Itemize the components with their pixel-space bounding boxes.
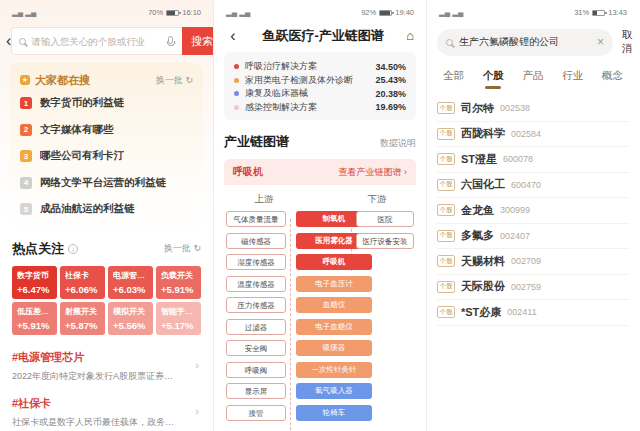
tile-pct: +6.47% (17, 284, 52, 295)
concept-tile[interactable]: 射频开关 +5.87% (60, 302, 105, 335)
upstream-node[interactable]: 气体质量流量 (226, 211, 286, 227)
downstream-node[interactable]: 医疗设备安装 (356, 233, 414, 249)
view-chain-link[interactable]: 查看产业链图谱 › (339, 166, 408, 179)
data-note-link[interactable]: 数据说明 (380, 137, 416, 150)
product-node[interactable]: 电子血压计 (296, 276, 372, 292)
search-box[interactable]: × (437, 29, 613, 56)
stock-name: 天赐材料 (461, 254, 505, 269)
search-button[interactable]: 搜索 (182, 27, 213, 55)
hot-search-text: 哪些公司有利卡汀 (40, 149, 124, 163)
stock-name: 金龙鱼 (461, 203, 494, 218)
news-item[interactable]: #电源管理芯片 2022年度向特定对象发行A股股票证券… › (12, 343, 201, 389)
rank-badge: 3 (20, 150, 32, 162)
cancel-button[interactable]: 取消 (622, 28, 633, 56)
tile-name: 智能手… (161, 306, 196, 317)
upstream-node[interactable]: 湿度传感器 (226, 254, 286, 270)
product-node[interactable]: 血糖仪 (296, 297, 372, 313)
hot-focus-refresh-button[interactable]: 换一批 ↻ (164, 242, 201, 255)
segment-label: 呼吸治疗解决方案 (245, 60, 317, 73)
stock-code: 002584 (511, 129, 541, 139)
news-item[interactable]: #社保卡 社保卡或是数字人民币最佳载体，政务… › (12, 389, 201, 431)
search-input[interactable] (459, 37, 591, 48)
result-row[interactable]: 个股 金龙鱼 300999 (437, 198, 629, 224)
chain-section-header: 产业链图谱 数据说明 (224, 133, 416, 151)
tab-stocks[interactable]: 个股 (483, 69, 504, 90)
result-row[interactable]: 个股 天际股份 002759 (437, 275, 629, 301)
search-box[interactable] (11, 27, 182, 55)
concept-tile[interactable]: 模拟开关 +5.56% (108, 302, 153, 335)
product-node[interactable]: 轮椅车 (296, 405, 372, 421)
result-row[interactable]: 个股 ST澄星 600078 (437, 147, 629, 173)
back-icon[interactable]: ‹ (226, 28, 240, 44)
hot-search-item[interactable]: 5 成品油航运的利益链 (20, 196, 193, 223)
battery-icon (166, 10, 179, 16)
result-row[interactable]: 个股 司尔特 002538 (437, 96, 629, 122)
concept-tile[interactable]: 负载开关 +5.91% (156, 266, 201, 299)
upstream-node[interactable]: 磁传感器 (226, 233, 286, 249)
chevron-right-icon: › (195, 359, 199, 371)
legend-dot (234, 91, 239, 96)
tab-concepts[interactable]: 概念 (602, 69, 623, 90)
upstream-node[interactable]: 压力传感器 (226, 297, 286, 313)
product-node[interactable]: 吸痰器 (296, 340, 372, 356)
microphone-icon[interactable] (168, 36, 173, 44)
stock-badge: 个股 (437, 204, 455, 216)
rank-badge: 1 (20, 97, 32, 109)
hot-search-item[interactable]: 3 哪些公司有利卡汀 (20, 143, 193, 170)
product-node[interactable]: 电子血糖仪 (296, 319, 372, 335)
tab-all[interactable]: 全部 (443, 69, 464, 90)
upstream-node[interactable]: 过滤器 (226, 319, 286, 335)
upstream-node[interactable]: 安全阀 (226, 340, 286, 356)
product-node[interactable]: 呼吸机 (296, 254, 372, 270)
segment-row: 呼吸治疗解决方案 34.50% (234, 60, 406, 74)
downstream-node[interactable]: 医院 (356, 211, 414, 227)
hot-search-item[interactable]: 2 文字媒体有哪些 (20, 117, 193, 144)
home-icon[interactable]: ⌂ (406, 28, 414, 43)
tile-name: 电源管… (113, 270, 148, 281)
chain-name: 呼吸机 (233, 165, 263, 179)
result-row[interactable]: 个股 西陇科学 002584 (437, 122, 629, 148)
search-input[interactable] (31, 36, 163, 47)
stock-badge: 个股 (437, 281, 455, 293)
stock-badge: 个股 (437, 153, 455, 165)
battery-icon (379, 10, 392, 16)
tab-products[interactable]: 产品 (523, 69, 544, 90)
result-row[interactable]: 个股 *ST必康 002411 (437, 300, 629, 326)
segment-label: 感染控制解决方案 (245, 101, 317, 114)
chain-section-title: 产业链图谱 (224, 133, 289, 151)
result-row[interactable]: 个股 天赐材料 002709 (437, 249, 629, 275)
concept-tile[interactable]: 电源管… +6.03% (108, 266, 153, 299)
result-row[interactable]: 个股 多氟多 002407 (437, 224, 629, 250)
rank-badge: 4 (20, 177, 32, 189)
tile-name: 低压差… (17, 306, 52, 317)
tile-pct: +6.03% (113, 284, 148, 295)
concept-tile[interactable]: 智能手… +5.17% (156, 302, 201, 335)
downstream-column: 医院 医疗设备安装 (356, 211, 414, 254)
tile-name: 负载开关 (161, 270, 196, 281)
hot-search-item[interactable]: 1 数字货币的利益链 (20, 90, 193, 117)
product-node[interactable]: 氧气吸入器 (296, 383, 372, 399)
screen-industry-chain: ▂▄ ▂▄ 92% 19:40 ‹ 鱼跃医疗-产业链图谱 ⌂ 呼吸治疗解决方案 … (213, 0, 426, 431)
tab-industries[interactable]: 行业 (562, 69, 583, 90)
hot-search-refresh-button[interactable]: 换一批 ↻ (156, 74, 193, 87)
upstream-node[interactable]: 接管 (226, 405, 286, 421)
product-node[interactable]: 一次性针灸针 (296, 362, 372, 378)
upstream-node[interactable]: 温度传感器 (226, 276, 286, 292)
concept-tile[interactable]: 数字货币 +6.47% (12, 266, 57, 299)
upstream-column: 气体质量流量 磁传感器 湿度传感器 温度传感器 压力传感器 过滤器 安全阀 呼吸… (226, 211, 286, 426)
concept-tile[interactable]: 社保卡 +6.06% (60, 266, 105, 299)
segment-pct: 19.69% (375, 102, 406, 112)
upstream-node[interactable]: 呼吸阀 (226, 362, 286, 378)
chevron-right-icon: › (195, 405, 199, 417)
info-icon[interactable]: i (68, 244, 78, 254)
concept-tile[interactable]: 低压差… +5.91% (12, 302, 57, 335)
clear-icon[interactable]: × (597, 36, 604, 48)
trophy-icon: ★ (20, 75, 30, 85)
upstream-node[interactable]: 显示屏 (226, 383, 286, 399)
segment-pct: 20.38% (375, 89, 406, 99)
battery-icon (592, 10, 605, 16)
stock-code: 600078 (503, 154, 533, 164)
status-bar: ▂▄ ▂▄ 31% 13:43 (427, 0, 639, 20)
result-row[interactable]: 个股 六国化工 600470 (437, 173, 629, 199)
hot-search-item[interactable]: 4 网络文学平台运营的利益链 (20, 170, 193, 197)
